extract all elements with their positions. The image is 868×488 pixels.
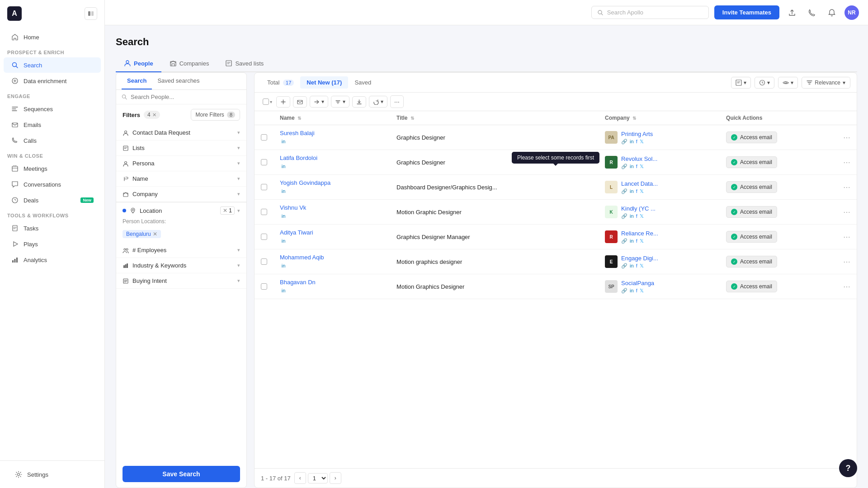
- next-page-button[interactable]: ›: [330, 472, 341, 484]
- sidebar-item-search[interactable]: Search: [4, 57, 101, 73]
- invite-teammates-button[interactable]: Invite Teammates: [714, 5, 779, 19]
- location-clear-x[interactable]: ✕: [223, 207, 227, 214]
- row-checkbox[interactable]: [261, 134, 267, 141]
- sort-action-button[interactable]: ▾: [331, 96, 349, 108]
- sidebar-item-settings[interactable]: Settings: [7, 467, 97, 482]
- save-search-button[interactable]: Save Search: [123, 466, 240, 482]
- more-filters-button[interactable]: More Filters 8: [191, 109, 240, 121]
- company-twitter-icon[interactable]: 𝕏: [640, 263, 644, 269]
- email-action-button[interactable]: [293, 96, 307, 108]
- filter-buying-intent[interactable]: Buying Intent ▾: [116, 273, 246, 289]
- filter-num-employees[interactable]: # Employees ▾: [116, 243, 246, 258]
- linkedin-icon[interactable]: in: [280, 138, 287, 145]
- company-twitter-icon[interactable]: 𝕏: [640, 188, 644, 194]
- company-facebook-icon[interactable]: f: [636, 238, 637, 244]
- bell-icon[interactable]: [825, 5, 839, 20]
- results-tab-total[interactable]: Total 17: [261, 76, 300, 89]
- export-to-list-button[interactable]: ▾: [731, 77, 751, 89]
- clear-filters-button[interactable]: ✕: [152, 112, 156, 118]
- download-button[interactable]: [352, 96, 366, 108]
- company-twitter-icon[interactable]: 𝕏: [640, 213, 644, 219]
- user-avatar[interactable]: NR: [844, 5, 859, 20]
- filter-company[interactable]: Company ▾: [116, 187, 246, 202]
- sidebar-toggle-button[interactable]: [85, 7, 97, 20]
- company-linkedin-icon[interactable]: in: [630, 263, 634, 269]
- linkedin-icon[interactable]: in: [280, 163, 287, 170]
- page-select[interactable]: 1: [308, 473, 328, 483]
- company-linkedin-icon[interactable]: in: [630, 188, 634, 194]
- person-name[interactable]: Mohammed Aqib: [280, 254, 384, 261]
- refresh-button[interactable]: ▾: [369, 96, 387, 108]
- row-more-icon[interactable]: ⋯: [843, 233, 850, 241]
- row-more-icon[interactable]: ⋯: [843, 208, 850, 216]
- tab-companies[interactable]: Companies: [161, 55, 217, 72]
- add-to-list-button[interactable]: [276, 96, 290, 108]
- sidebar-item-analytics[interactable]: Analytics: [4, 252, 101, 267]
- linkedin-icon[interactable]: in: [280, 212, 287, 220]
- tab-saved-lists[interactable]: Saved lists: [217, 55, 272, 72]
- company-facebook-icon[interactable]: f: [636, 139, 637, 145]
- person-name[interactable]: Yogish Govindappa: [280, 179, 384, 186]
- add-to-sequence-button[interactable]: ▾: [755, 77, 774, 89]
- row-more-icon[interactable]: ⋯: [843, 183, 850, 191]
- phone-icon[interactable]: [805, 5, 819, 20]
- access-email-button[interactable]: ✓ Access email: [726, 181, 777, 193]
- person-name[interactable]: Bhagavan Dn: [280, 279, 384, 286]
- person-name[interactable]: Vishnu Vk: [280, 204, 384, 211]
- sidebar-item-calls[interactable]: Calls: [4, 133, 101, 148]
- help-button[interactable]: ?: [839, 459, 857, 477]
- select-all-checkbox-wrapper[interactable]: ▾: [261, 95, 274, 108]
- select-dropdown-arrow[interactable]: ▾: [270, 99, 272, 104]
- company-linkedin-icon[interactable]: in: [630, 288, 634, 294]
- company-sort-icon[interactable]: ⇅: [632, 116, 636, 121]
- linkedin-icon[interactable]: in: [280, 262, 287, 269]
- row-more-icon[interactable]: ⋯: [843, 283, 850, 291]
- send-action-button[interactable]: ▾: [310, 96, 328, 108]
- company-name[interactable]: Reliance Re...: [621, 230, 658, 237]
- company-link-icon[interactable]: 🔗: [621, 139, 627, 145]
- view-settings-button[interactable]: ▾: [778, 77, 798, 89]
- company-name[interactable]: SocialPanga: [621, 280, 654, 286]
- remove-bengaluru-tag[interactable]: ✕: [153, 231, 157, 237]
- sidebar-item-meetings[interactable]: Meetings: [4, 161, 101, 176]
- row-more-icon[interactable]: ⋯: [843, 258, 850, 266]
- company-name[interactable]: Printing Arts: [621, 131, 653, 137]
- sidebar-item-sequences[interactable]: Sequences: [4, 101, 101, 117]
- access-email-button[interactable]: ✓ Access email: [726, 256, 777, 267]
- row-checkbox[interactable]: [261, 184, 267, 190]
- linkedin-icon[interactable]: in: [280, 237, 287, 244]
- person-name[interactable]: Latifa Bordoloi: [280, 155, 384, 161]
- company-twitter-icon[interactable]: 𝕏: [640, 288, 644, 294]
- company-link-icon[interactable]: 🔗: [621, 238, 627, 244]
- company-linkedin-icon[interactable]: in: [630, 238, 634, 244]
- row-checkbox[interactable]: [261, 209, 267, 215]
- company-facebook-icon[interactable]: f: [636, 188, 637, 194]
- filter-lists[interactable]: Lists ▾: [116, 141, 246, 156]
- sidebar-item-conversations[interactable]: Conversations: [4, 177, 101, 192]
- left-tab-saved-searches[interactable]: Saved searches: [152, 73, 205, 89]
- company-link-icon[interactable]: 🔗: [621, 188, 627, 194]
- linkedin-icon[interactable]: in: [280, 188, 287, 195]
- company-link-icon[interactable]: 🔗: [621, 213, 627, 219]
- sidebar-item-tasks[interactable]: Tasks: [4, 221, 101, 236]
- linkedin-icon[interactable]: in: [280, 287, 287, 294]
- company-facebook-icon[interactable]: f: [636, 263, 637, 269]
- company-facebook-icon[interactable]: f: [636, 213, 637, 219]
- app-logo[interactable]: A: [7, 6, 22, 21]
- sidebar-item-emails[interactable]: Emails: [4, 117, 101, 132]
- company-linkedin-icon[interactable]: in: [630, 213, 634, 219]
- sidebar-item-home[interactable]: Home: [4, 29, 101, 45]
- prev-page-button[interactable]: ‹: [294, 472, 306, 484]
- relevance-sort-button[interactable]: Relevance ▾: [802, 77, 850, 89]
- row-checkbox[interactable]: [261, 234, 267, 240]
- row-more-icon[interactable]: ⋯: [843, 134, 850, 141]
- results-tab-net-new[interactable]: Net New (17): [300, 76, 348, 89]
- person-name[interactable]: Suresh Balaji: [280, 130, 384, 136]
- access-email-button[interactable]: ✓ Access email: [726, 156, 777, 168]
- filter-industry-keywords[interactable]: Industry & Keywords ▾: [116, 258, 246, 273]
- sidebar-item-deals[interactable]: Deals New: [4, 192, 101, 208]
- sidebar-item-data-enrichment[interactable]: Data enrichment: [4, 73, 101, 89]
- company-facebook-icon[interactable]: f: [636, 288, 637, 294]
- select-all-checkbox[interactable]: [263, 99, 269, 105]
- filter-persona[interactable]: Persona ▾: [116, 156, 246, 171]
